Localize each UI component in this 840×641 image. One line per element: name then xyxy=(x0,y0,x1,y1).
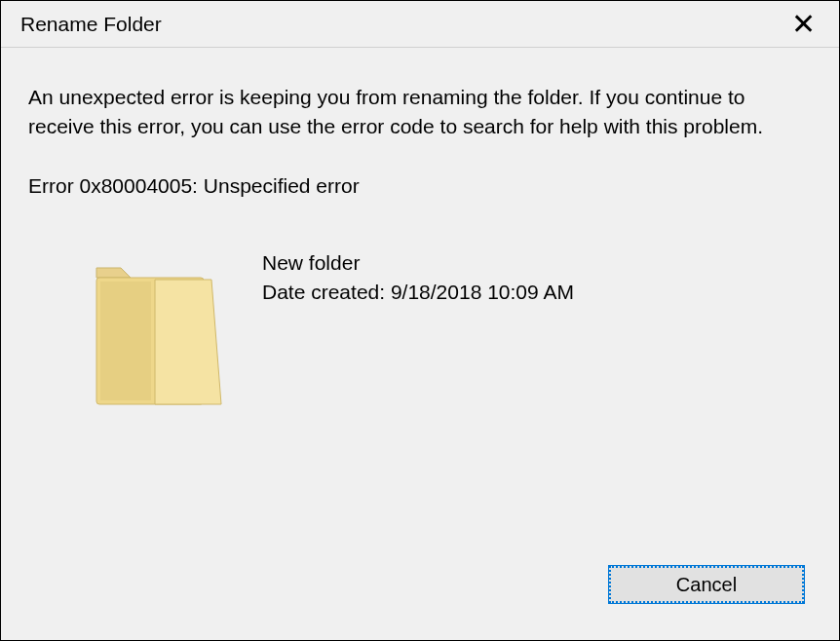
item-date: Date created: 9/18/2018 10:09 AM xyxy=(262,278,574,306)
close-icon[interactable]: ✕ xyxy=(783,10,823,39)
svg-rect-1 xyxy=(100,282,151,400)
item-row: New folder Date created: 9/18/2018 10:09… xyxy=(28,248,812,414)
dialog-title: Rename Folder xyxy=(20,13,162,36)
error-code: Error 0x80004005: Unspecified error xyxy=(28,171,812,200)
dialog-body: An unexpected error is keeping you from … xyxy=(1,48,839,640)
folder-icon xyxy=(87,248,223,414)
button-row: Cancel xyxy=(28,566,812,621)
error-message: An unexpected error is keeping you from … xyxy=(28,83,812,142)
cancel-button[interactable]: Cancel xyxy=(609,566,804,603)
item-name: New folder xyxy=(262,248,574,277)
item-info: New folder Date created: 9/18/2018 10:09… xyxy=(262,248,574,306)
titlebar: Rename Folder ✕ xyxy=(1,1,839,48)
rename-folder-dialog: Rename Folder ✕ An unexpected error is k… xyxy=(0,0,840,641)
